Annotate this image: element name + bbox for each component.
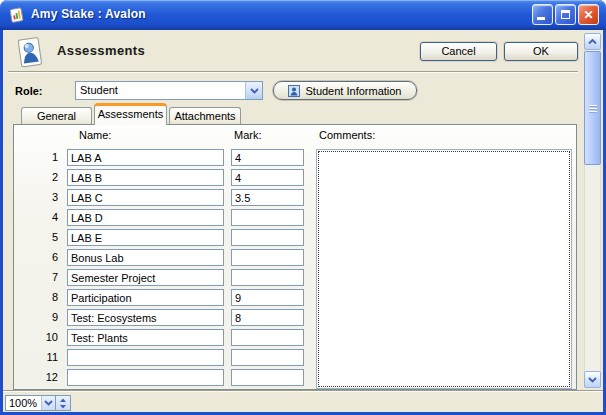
name-input[interactable] xyxy=(67,229,224,246)
name-column-header: Name: xyxy=(79,129,111,141)
assessments-person-card-icon xyxy=(15,36,47,71)
table-row: 8 xyxy=(14,289,324,306)
zoom-dropdown-button[interactable] xyxy=(41,396,55,410)
mark-input[interactable] xyxy=(231,169,304,186)
row-number: 3 xyxy=(24,191,58,203)
name-input[interactable] xyxy=(67,309,224,326)
mark-input[interactable] xyxy=(231,249,304,266)
minimize-button[interactable] xyxy=(532,4,553,25)
assessments-panel: Name: Mark: Comments: 1 2 3 4 xyxy=(13,124,577,390)
row-number: 6 xyxy=(24,251,58,263)
name-input[interactable] xyxy=(67,269,224,286)
page-title: Assessments xyxy=(57,43,145,58)
table-row: 9 xyxy=(14,309,324,326)
name-input[interactable] xyxy=(67,149,224,166)
mark-input[interactable] xyxy=(231,229,304,246)
table-row: 3 xyxy=(14,189,324,206)
comments-field-frame xyxy=(316,149,572,389)
title-bar: Amy Stake : Avalon ✕ xyxy=(0,0,606,30)
scroll-down-button[interactable] xyxy=(584,371,601,388)
role-selected-value: Student xyxy=(80,84,118,96)
row-number: 4 xyxy=(24,211,58,223)
mark-column-header: Mark: xyxy=(234,129,262,141)
tab-attachments[interactable]: Attachments xyxy=(169,107,241,124)
row-number: 11 xyxy=(24,351,58,363)
close-icon: ✕ xyxy=(583,9,593,21)
row-number: 2 xyxy=(24,171,58,183)
zoom-level-value[interactable]: 100% xyxy=(6,396,41,410)
zoom-control: 100% xyxy=(5,395,71,411)
minimize-icon xyxy=(537,17,545,20)
table-row: 7 xyxy=(14,269,324,286)
chevron-down-icon xyxy=(588,377,597,383)
header-divider xyxy=(8,71,578,73)
name-input[interactable] xyxy=(67,289,224,306)
name-input[interactable] xyxy=(67,249,224,266)
role-label: Role: xyxy=(15,85,43,97)
comments-column-header: Comments: xyxy=(319,129,375,141)
mark-input[interactable] xyxy=(231,329,304,346)
tab-assessments[interactable]: Assessments xyxy=(94,103,167,125)
table-row: 10 xyxy=(14,329,324,346)
maximize-button[interactable] xyxy=(555,4,576,25)
maximize-icon xyxy=(561,10,570,19)
table-row: 1 xyxy=(14,149,324,166)
table-row: 6 xyxy=(14,249,324,266)
comments-textarea[interactable] xyxy=(318,151,570,387)
scroll-up-button[interactable] xyxy=(584,33,601,50)
cancel-button[interactable]: Cancel xyxy=(420,42,497,61)
student-information-label: Student Information xyxy=(305,85,401,97)
name-input[interactable] xyxy=(67,349,224,366)
thumb-grip-icon xyxy=(589,105,597,112)
row-number: 8 xyxy=(24,291,58,303)
mark-input[interactable] xyxy=(231,209,304,226)
mark-input[interactable] xyxy=(231,149,304,166)
table-row: 5 xyxy=(14,229,324,246)
dialog-window: Amy Stake : Avalon ✕ Assessments Cancel … xyxy=(0,0,606,415)
table-row: 12 xyxy=(14,369,324,386)
name-input[interactable] xyxy=(67,189,224,206)
row-number: 1 xyxy=(24,151,58,163)
name-input[interactable] xyxy=(67,209,224,226)
row-number: 10 xyxy=(24,331,58,343)
row-number: 12 xyxy=(24,371,58,383)
mark-input[interactable] xyxy=(231,269,304,286)
student-information-button[interactable]: Student Information xyxy=(273,81,417,100)
row-number: 9 xyxy=(24,311,58,323)
row-number: 5 xyxy=(24,231,58,243)
role-dropdown[interactable]: Student xyxy=(75,81,263,100)
row-number: 7 xyxy=(24,271,58,283)
table-row: 4 xyxy=(14,209,324,226)
mark-input[interactable] xyxy=(231,289,304,306)
tab-general[interactable]: General xyxy=(21,107,92,124)
window-title: Amy Stake : Avalon xyxy=(31,7,146,21)
table-row: 11 xyxy=(14,349,324,366)
status-bar: 100% xyxy=(3,390,603,412)
name-input[interactable] xyxy=(67,369,224,386)
chevron-up-icon xyxy=(588,39,597,45)
person-icon xyxy=(288,85,300,97)
ok-button[interactable]: OK xyxy=(504,42,578,61)
mark-input[interactable] xyxy=(231,309,304,326)
vertical-scrollbar[interactable] xyxy=(584,33,601,388)
chevron-down-icon[interactable] xyxy=(245,82,262,99)
zoom-stepper[interactable] xyxy=(55,396,70,410)
scrollbar-thumb[interactable] xyxy=(584,51,601,165)
dialog-body: Assessments Cancel OK Role: Student Stud… xyxy=(3,30,603,412)
chevron-down-icon xyxy=(44,400,53,406)
up-down-arrows-icon xyxy=(59,398,67,409)
name-input[interactable] xyxy=(67,329,224,346)
mark-input[interactable] xyxy=(231,349,304,366)
close-button[interactable]: ✕ xyxy=(578,4,599,25)
name-input[interactable] xyxy=(67,169,224,186)
mark-input[interactable] xyxy=(231,369,304,386)
mark-input[interactable] xyxy=(231,189,304,206)
app-icon xyxy=(8,6,26,24)
table-row: 2 xyxy=(14,169,324,186)
